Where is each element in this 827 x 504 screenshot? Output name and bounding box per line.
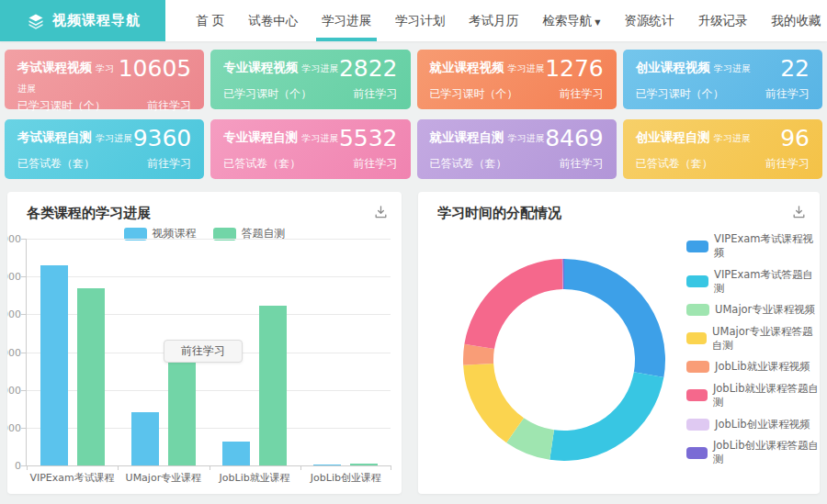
stat-card-6[interactable]: 就业课程自测学习进展8469已答试卷（套）前往学习 [417,119,617,179]
nav-item-label: 资源统计 [624,13,674,28]
stat-card-1[interactable]: 专业课程视频学习进展2822已学习课时（个）前往学习 [210,50,410,109]
stat-card-value: 2822 [339,58,398,80]
legend-label: UMajor专业课程视频 [715,303,815,317]
stat-card-value: 9360 [133,128,192,150]
nav-item-3[interactable]: 学习计划 [383,0,457,41]
stat-cards: 考试课程视频学习进展10605已学习课时（个）前往学习专业课程视频学习进展282… [0,41,827,179]
chart-tooltip[interactable]: 前往学习 [164,340,243,363]
stat-card-7[interactable]: 创业课程自测学习进展96已答试卷（套）前往学习 [623,119,822,179]
nav-item-label: 我的收藏 [771,13,821,28]
download-icon[interactable] [791,204,807,219]
bar-答题自测-3[interactable] [350,464,378,465]
legend-swatch [686,419,709,431]
legend-item-6[interactable]: JobLib创业课程视频 [686,418,820,431]
legend-label: VIPExam考试课程视频 [714,232,820,260]
stat-card-value: 1276 [545,58,604,80]
stat-card-metric: 已答试卷（套） [430,156,507,172]
legend-swatch [686,389,708,401]
nav-item-0[interactable]: 首 页 [184,0,236,41]
stat-card-action-link[interactable]: 前往学习 [765,86,810,102]
legend-item-1[interactable]: VIPExam考试答题自测 [686,268,820,296]
stat-card-3[interactable]: 创业课程视频学习进展22已学习课时（个）前往学习 [623,50,822,109]
stat-card-value: 8469 [545,128,604,150]
stat-card-value: 5532 [339,128,398,150]
app-logo[interactable]: 视频课程导航 [0,0,165,41]
x-axis-label: JobLib创业课程 [300,471,391,485]
bar-答题自测-0[interactable] [77,288,105,465]
bar-答题自测-1[interactable] [168,361,196,465]
stat-card-title-text: 创业课程自测 [636,129,710,144]
donut-chart-title: 学习时间的分配情况 [418,192,820,222]
stat-card-metric: 已答试卷（套） [636,156,713,172]
stat-card-action-link[interactable]: 前往学习 [765,156,810,172]
legend-item-5[interactable]: JobLib就业课程答题自测 [686,382,820,409]
stat-card-metric: 已答试卷（套） [17,156,95,172]
nav-item-2[interactable]: 学习进展 [310,0,383,41]
legend-swatch [686,241,708,252]
nav-item-6[interactable]: 资源统计 [612,0,685,41]
download-icon[interactable] [373,204,389,219]
stat-card-2[interactable]: 就业课程视频学习进展1276已学习课时（个）前往学习 [417,50,617,109]
nav-item-1[interactable]: 试卷中心 [236,0,310,41]
legend-item-4[interactable]: JobLib就业课程视频 [686,360,820,374]
stat-card-action-link[interactable]: 前往学习 [354,156,398,172]
legend-label: JobLib创业课程视频 [715,418,810,431]
donut-segment-1[interactable] [549,372,663,461]
stat-card-top: 专业课程视频学习进展2822 [223,58,397,80]
stat-card-5[interactable]: 专业课程自测学习进展5532已答试卷（套）前往学习 [210,119,410,179]
stat-card-bottom: 已学习课时（个）前往学习 [223,86,397,102]
stat-card-metric: 已答试卷（套） [223,156,300,172]
bar-group-0 [27,239,118,465]
stat-card-title-text: 考试课程视频 [17,60,92,74]
nav-item-7[interactable]: 升级记录 [685,0,759,41]
bar-group-3 [300,239,391,465]
bar-视频课程-0[interactable] [40,265,68,465]
stat-card-action-link[interactable]: 前往学习 [354,86,398,102]
legend-label: VIPExam考试答题自测 [714,268,820,296]
legend-swatch [686,447,708,459]
y-axis-label: 6,000 [7,347,21,359]
nav-item-label: 学习进展 [322,13,371,28]
donut-segment-5[interactable] [464,259,562,349]
stat-card-action-link[interactable]: 前往学习 [560,86,604,102]
stat-card-bottom: 已学习课时（个）前往学习 [636,86,810,102]
stat-card-4[interactable]: 考试课程自测学习进展9360已答试卷（套）前往学习 [5,119,204,179]
bar-视频课程-1[interactable] [131,412,159,465]
layers-icon [28,13,44,29]
stat-card-tag: 学习进展 [714,63,751,73]
stat-card-title: 专业课程自测学习进展 [223,128,338,148]
nav-item-label: 升级记录 [697,13,747,28]
x-axis-tick [118,465,119,470]
stat-card-top: 就业课程自测学习进展8469 [430,128,604,150]
donut-segment-3[interactable] [463,364,524,442]
nav-item-4[interactable]: 考试月历 [457,0,530,41]
stat-card-title: 专业课程视频学习进展 [223,58,338,78]
stat-card-title-text: 就业课程视频 [430,60,504,74]
nav-item-8[interactable]: 我的收藏 [759,0,827,41]
stat-card-action-link[interactable]: 前往学习 [147,156,191,172]
stat-card-tag: 学习进展 [301,133,338,143]
bar-视频课程-2[interactable] [222,442,250,465]
legend-item-7[interactable]: JobLib创业课程答题自测 [686,439,820,466]
nav-item-5[interactable]: 检索导航▼ [530,0,612,41]
legend-item-2[interactable]: UMajor专业课程视频 [686,303,820,317]
stat-card-bottom: 已答试卷（套）前往学习 [430,156,604,172]
stat-card-action-link[interactable]: 前往学习 [147,98,191,114]
nav-item-label: 首 页 [196,13,224,28]
bar-chart-title: 各类课程的学习进展 [7,192,402,222]
bar-视频课程-3[interactable] [313,465,341,465]
legend-item-3[interactable]: UMajor专业课程答题自测 [686,325,820,353]
stat-card-action-link[interactable]: 前往学习 [560,156,604,172]
bar-答题自测-2[interactable] [259,306,287,465]
stat-card-top: 创业课程自测学习进展96 [636,128,810,150]
donut-segment-0[interactable] [564,259,665,377]
stat-card-tag: 学习进展 [301,63,338,73]
stat-card-title-text: 专业课程自测 [223,129,298,144]
stat-card-top: 就业课程视频学习进展1276 [430,58,604,80]
stat-card-value: 22 [780,58,810,80]
stat-card-0[interactable]: 考试课程视频学习进展10605已学习课时（个）前往学习 [5,50,204,109]
stat-card-value: 10605 [119,58,192,80]
y-axis-label: 4,000 [7,385,21,397]
legend-item-0[interactable]: VIPExam考试课程视频 [686,232,820,260]
stat-card-title: 创业课程自测学习进展 [636,128,751,148]
